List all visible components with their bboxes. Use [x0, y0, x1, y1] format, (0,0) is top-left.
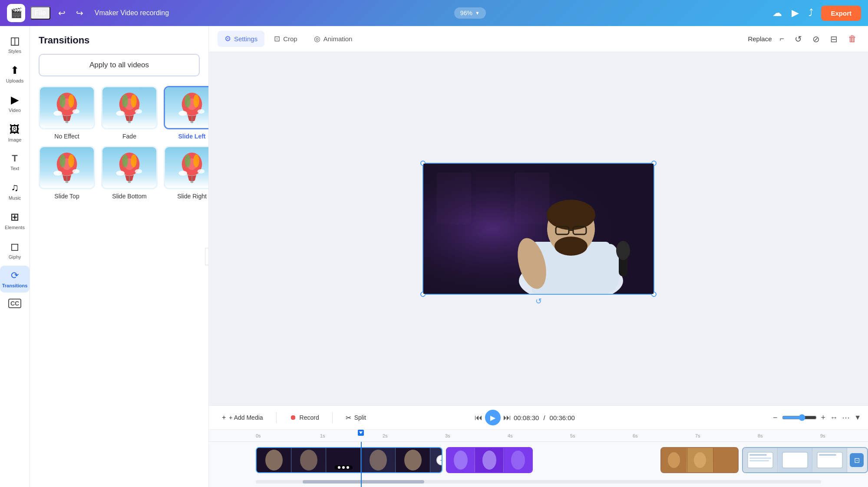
reset-icon[interactable]: ↺: [792, 31, 805, 47]
split-button[interactable]: ✂ Split: [340, 410, 372, 425]
video-frame: ↺: [422, 163, 654, 295]
timeline-tracks: 0s 1s 2s 3s 4s 5s: [209, 430, 868, 487]
project-title: Vmaker Video recording: [95, 9, 169, 17]
export-button[interactable]: Export: [821, 6, 861, 21]
transition-no-effect[interactable]: No Effect: [39, 86, 95, 140]
file-menu-button[interactable]: File: [30, 7, 50, 20]
align-icon[interactable]: ⊟: [828, 31, 840, 47]
svg-point-65: [616, 241, 630, 260]
record-button[interactable]: ⏺ Record: [284, 410, 325, 425]
timeline-scrollbar-thumb[interactable]: [303, 480, 424, 484]
svg-point-84: [694, 452, 706, 468]
sidebar-item-image[interactable]: 🖼 Image: [0, 119, 30, 147]
clip-thumb-4: [361, 448, 396, 472]
add-media-icon: +: [222, 414, 226, 421]
ruler-label-6s: 6s: [633, 433, 638, 438]
add-media-button[interactable]: + + Add Media: [216, 410, 269, 425]
transition-fade[interactable]: Fade: [101, 86, 158, 140]
crop-tab-icon: ⊡: [274, 34, 280, 43]
undo-button[interactable]: ↩: [56, 5, 68, 21]
animation-tab-label: Animation: [323, 35, 353, 43]
transition-slide-bottom[interactable]: Slide Bottom: [101, 146, 158, 200]
svg-point-11: [131, 94, 136, 107]
ruler-label-1s: 1s: [320, 433, 325, 438]
rotate-handle[interactable]: ↺: [535, 296, 542, 306]
timeline-zoom-controls: − + ↔ ⋯ ▼: [773, 413, 861, 422]
corner-radius-icon[interactable]: ⌐: [777, 32, 787, 46]
desert-video-clip[interactable]: [660, 447, 739, 473]
split-icon: ✂: [346, 414, 351, 422]
svg-point-80: [511, 451, 525, 470]
panel-collapse-button[interactable]: ‹: [205, 248, 209, 265]
ruler-label-5s: 5s: [570, 433, 575, 438]
transition-slide-right[interactable]: Slide Right: [164, 146, 209, 200]
timeline-expand-button[interactable]: ▼: [854, 414, 861, 421]
giphy-icon: ◻: [10, 240, 19, 253]
video-icon: ▶: [11, 94, 19, 106]
clip-thumb-3: [326, 448, 361, 472]
sidebar-item-music[interactable]: ♫ Music: [0, 177, 30, 205]
svg-point-58: [554, 237, 587, 256]
timeline-more-options[interactable]: ⋯: [842, 413, 850, 422]
sidebar-item-uploads[interactable]: ⬆ Uploads: [0, 60, 30, 88]
no-effect-label: No Effect: [54, 133, 79, 140]
music-icon: ♫: [11, 181, 19, 194]
skip-back-button[interactable]: ⏮: [475, 413, 482, 422]
svg-point-82: [668, 452, 680, 468]
tab-animation[interactable]: ◎ Animation: [307, 31, 360, 47]
zoom-out-button[interactable]: −: [773, 413, 778, 422]
playhead-marker[interactable]: [358, 430, 364, 441]
sidebar-item-transitions[interactable]: ⟳ Transitions: [0, 266, 30, 293]
clip-options-badge[interactable]: [334, 465, 353, 470]
zoom-slider[interactable]: [782, 414, 817, 421]
transition-thumb-slide-bottom: [101, 146, 158, 189]
share-button[interactable]: ⤴: [807, 6, 815, 20]
ruler-3s: 3s: [445, 433, 450, 438]
transition-slide-left[interactable]: Slide Left: [164, 86, 209, 140]
redo-button[interactable]: ↪: [73, 5, 86, 21]
main-video-clip[interactable]: −: [256, 447, 442, 473]
screen-thumb-3: [812, 448, 847, 472]
total-time: 00:36:00: [550, 414, 575, 421]
delete-icon[interactable]: 🗑: [845, 31, 859, 46]
desert-thumb-3: [713, 448, 739, 472]
timeline-toolbar: + + Add Media ⏺ Record ✂ Split ⏮ ▶ ⏭: [209, 406, 868, 430]
sidebar-item-giphy[interactable]: ◻ Giphy: [0, 236, 30, 264]
apply-to-all-button[interactable]: Apply to all videos: [39, 54, 200, 76]
svg-rect-92: [782, 452, 808, 468]
timeline-scrollbar-track[interactable]: [256, 480, 821, 484]
replace-button[interactable]: Replace: [748, 35, 772, 43]
sidebar-item-styles[interactable]: ◫ Styles: [0, 30, 30, 58]
svg-point-38: [116, 171, 125, 176]
preview-play-button[interactable]: ▶: [790, 6, 801, 20]
transparency-icon[interactable]: ⊘: [810, 31, 822, 47]
zoom-selector[interactable]: 96% ▼: [454, 7, 486, 19]
sidebar-item-video[interactable]: ▶ Video: [0, 89, 30, 117]
timeline-time-controls: ⏮ ▶ ⏭ 00:08:30 / 00:36:00: [475, 410, 575, 425]
ruler-0s: 0s: [256, 433, 261, 438]
sidebar-item-text[interactable]: T Text: [0, 148, 30, 175]
transition-slide-top[interactable]: Slide Top: [39, 146, 95, 200]
sidebar-item-elements[interactable]: ⊞ Elements: [0, 207, 30, 234]
sidebar-item-captions[interactable]: CC: [0, 294, 30, 313]
preview-canvas: ↺: [209, 52, 868, 405]
skip-forward-button[interactable]: ⏭: [503, 413, 511, 422]
fit-to-screen-button[interactable]: ↔: [830, 413, 838, 422]
cloud-save-button[interactable]: ☁: [771, 6, 784, 20]
screen-recording-clip[interactable]: ⊡: [742, 447, 868, 473]
transition-thumb-no-effect: [39, 86, 95, 129]
sidebar-label-video: Video: [9, 108, 21, 113]
topbar-right-actions: ☁ ▶ ⤴ Export: [771, 6, 861, 21]
svg-point-39: [135, 169, 142, 173]
svg-point-78: [482, 451, 496, 470]
tab-settings[interactable]: ⚙ Settings: [218, 31, 264, 47]
svg-rect-21: [191, 121, 194, 123]
tab-crop[interactable]: ⊡ Crop: [267, 31, 304, 47]
video-preview: [423, 164, 653, 294]
slide-bottom-label: Slide Bottom: [112, 193, 146, 200]
svg-point-31: [73, 169, 80, 173]
play-pause-button[interactable]: ▶: [485, 410, 501, 425]
purple-video-clip[interactable]: [446, 447, 533, 473]
zoom-in-button[interactable]: +: [821, 413, 826, 422]
purple-thumb-3: [504, 448, 533, 472]
